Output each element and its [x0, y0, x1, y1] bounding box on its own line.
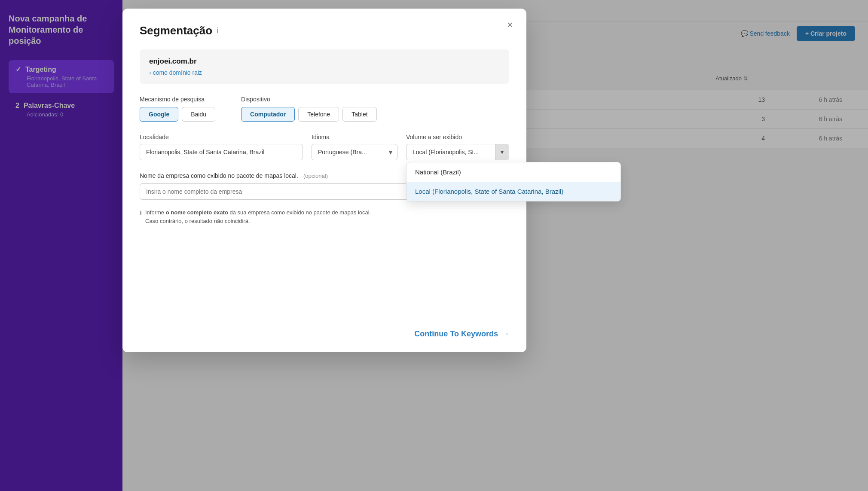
volume-dropdown-button[interactable]: Local (Florianopolis, St... ▾ [406, 144, 509, 160]
volume-option-national[interactable]: National (Brazil) [406, 162, 620, 182]
modal: × Segmentação i enjoei.com.br › como dom… [122, 9, 526, 352]
volume-group: Volume a ser exibido Local (Florianopoli… [406, 134, 509, 160]
idioma-label: Idioma [312, 134, 397, 140]
volume-dropdown-menu: National (Brazil) Local (Florianopolis, … [406, 162, 621, 201]
optional-badge: (opcional) [303, 173, 328, 179]
modal-title: Segmentação i [140, 24, 509, 37]
volume-dropdown-wrapper: Local (Florianopolis, St... ▾ National (… [406, 144, 509, 160]
device-group: Dispositivo Computador Telefone Tablet [241, 96, 377, 122]
chevron-right-icon: › [149, 69, 151, 76]
domain-link[interactable]: › como domínio raiz [149, 69, 500, 76]
domain-box: enjoei.com.br › como domínio raiz [140, 49, 509, 84]
search-engine-group: Mecanismo de pesquisa Google Baidu [140, 96, 215, 122]
modal-footer: Continue To Keywords → [414, 329, 509, 339]
info-icon: ℹ [140, 209, 142, 218]
modal-close-button[interactable]: × [502, 17, 518, 33]
arrow-right-icon: → [501, 329, 509, 339]
idioma-group: Idioma Portuguese (Bra... [312, 134, 397, 160]
continue-to-keywords-button[interactable]: Continue To Keywords → [414, 329, 509, 339]
title-info-icon: i [217, 26, 218, 35]
localidade-input[interactable] [140, 144, 303, 160]
info-note: ℹ Informe o nome completo exato da sua e… [140, 208, 509, 225]
idioma-select[interactable]: Portuguese (Bra... [312, 144, 397, 160]
domain-name: enjoei.com.br [149, 57, 500, 66]
search-engine-baidu-button[interactable]: Baidu [182, 107, 215, 122]
search-engine-google-button[interactable]: Google [140, 107, 178, 122]
idioma-select-wrapper: Portuguese (Bra... [312, 144, 397, 160]
device-tablet-button[interactable]: Tablet [342, 107, 376, 122]
company-label: Nome da empresa como exibido no pacote d… [140, 172, 298, 179]
device-label: Dispositivo [241, 96, 377, 103]
search-engine-buttons: Google Baidu [140, 107, 215, 122]
device-computador-button[interactable]: Computador [241, 107, 295, 122]
close-icon: × [507, 19, 513, 30]
volume-label: Volume a ser exibido [406, 134, 509, 140]
localidade-group: Localidade [140, 134, 303, 160]
volume-current-value: Local (Florianopolis, St... [406, 144, 495, 160]
chevron-down-icon: ▾ [495, 144, 509, 160]
options-row: Mecanismo de pesquisa Google Baidu Dispo… [140, 96, 509, 122]
device-buttons: Computador Telefone Tablet [241, 107, 377, 122]
volume-option-local[interactable]: Local (Florianopolis, State of Santa Cat… [406, 182, 620, 201]
device-telefone-button[interactable]: Telefone [298, 107, 339, 122]
fields-row: Localidade Idioma Portuguese (Bra... Vol… [140, 134, 509, 160]
search-engine-label: Mecanismo de pesquisa [140, 96, 215, 103]
localidade-label: Localidade [140, 134, 303, 140]
